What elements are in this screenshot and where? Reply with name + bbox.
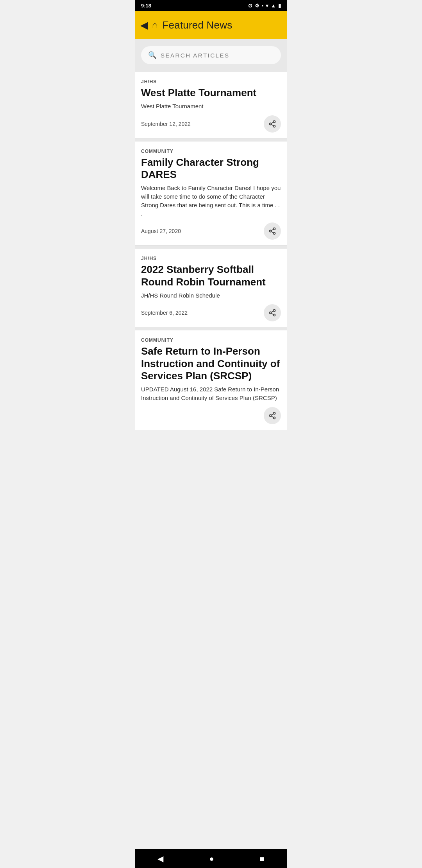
notification-icon: ▪ xyxy=(262,3,264,9)
svg-line-8 xyxy=(271,232,274,233)
page-title: Featured News xyxy=(163,19,232,31)
back-button[interactable]: ◀ xyxy=(140,20,148,30)
svg-line-14 xyxy=(271,311,274,312)
news-title-3: Safe Return to In-Person Instruction and… xyxy=(141,345,281,382)
nav-recent-button[interactable]: ■ xyxy=(259,854,264,863)
news-date-0: September 12, 2022 xyxy=(141,121,191,127)
search-icon: 🔍 xyxy=(148,51,157,59)
svg-line-4 xyxy=(271,122,274,123)
search-bar[interactable]: 🔍 xyxy=(141,46,281,64)
news-article-3[interactable]: COMMUNITY Safe Return to In-Person Instr… xyxy=(135,330,287,430)
news-date-1: August 27, 2020 xyxy=(141,228,181,234)
news-title-1: Family Character Strong DARES xyxy=(141,156,281,181)
status-time: 9:18 xyxy=(141,3,151,9)
news-summary-0: West Platte Tournament xyxy=(141,102,281,111)
separator-1 xyxy=(135,246,287,249)
news-category-2: JH/HS xyxy=(141,256,281,261)
svg-line-19 xyxy=(271,414,274,415)
news-title-2: 2022 Stanberry Softball Round Robin Tour… xyxy=(141,264,281,288)
news-summary-3: UPDATED August 16, 2022 Safe Return to I… xyxy=(141,385,281,402)
svg-line-3 xyxy=(271,124,274,126)
svg-line-13 xyxy=(271,314,274,315)
separator-0 xyxy=(135,138,287,142)
home-button[interactable]: ⌂ xyxy=(152,20,158,30)
svg-line-9 xyxy=(271,230,274,231)
search-bar-container: 🔍 xyxy=(135,39,287,72)
news-footer-2: September 6, 2022 xyxy=(141,304,281,321)
news-summary-1: Welcome Back to Family Character Dares! … xyxy=(141,184,281,218)
settings-icon: ⚙ xyxy=(255,3,259,9)
battery-icon: ▮ xyxy=(278,3,281,9)
news-summary-2: JH/HS Round Robin Schedule xyxy=(141,291,281,300)
svg-line-18 xyxy=(271,416,274,417)
news-article-1[interactable]: COMMUNITY Family Character Strong DARES … xyxy=(135,142,287,246)
wifi-icon: ▾ xyxy=(266,3,268,9)
news-date-2: September 6, 2022 xyxy=(141,310,188,316)
news-article-2[interactable]: JH/HS 2022 Stanberry Softball Round Robi… xyxy=(135,249,287,327)
news-category-1: COMMUNITY xyxy=(141,149,281,154)
share-button-2[interactable] xyxy=(264,304,281,321)
news-category-3: COMMUNITY xyxy=(141,337,281,343)
news-list: JH/HS West Platte Tournament West Platte… xyxy=(135,72,287,430)
news-category-0: JH/HS xyxy=(141,79,281,84)
share-button-1[interactable] xyxy=(264,222,281,240)
signal-icon: ▲ xyxy=(271,3,276,9)
news-title-0: West Platte Tournament xyxy=(141,87,281,99)
status-icons: G ⚙ ▪ ▾ ▲ ▮ xyxy=(248,3,281,9)
nav-bar: ◀ ● ■ xyxy=(135,849,287,868)
news-footer-3 xyxy=(141,407,281,424)
g-icon: G xyxy=(248,3,252,9)
share-button-0[interactable] xyxy=(264,115,281,133)
search-input[interactable] xyxy=(161,52,274,59)
news-footer-1: August 27, 2020 xyxy=(141,222,281,240)
news-article-0[interactable]: JH/HS West Platte Tournament West Platte… xyxy=(135,72,287,138)
header: ◀ ⌂ Featured News xyxy=(135,11,287,39)
share-button-3[interactable] xyxy=(264,407,281,424)
news-footer-0: September 12, 2022 xyxy=(141,115,281,133)
nav-back-button[interactable]: ◀ xyxy=(157,854,163,863)
status-bar: 9:18 G ⚙ ▪ ▾ ▲ ▮ xyxy=(135,0,287,11)
separator-2 xyxy=(135,327,287,330)
nav-home-button[interactable]: ● xyxy=(209,854,214,863)
